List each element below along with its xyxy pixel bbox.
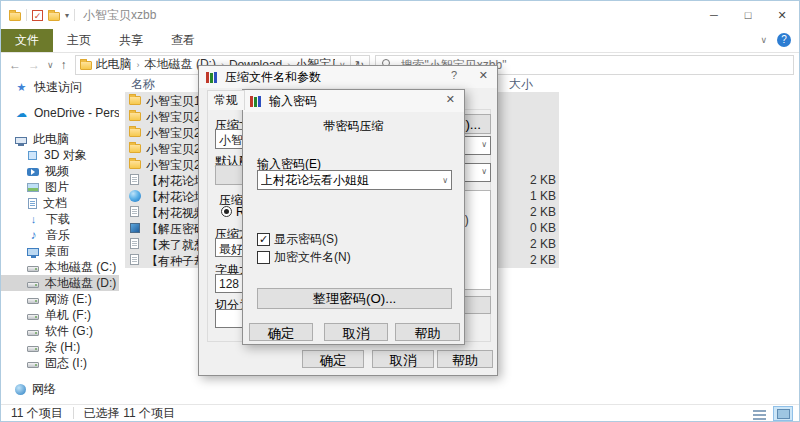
password-dialog-title-bar[interactable]: 输入密码 ✕ — [243, 90, 464, 112]
help-icon[interactable]: ? — [777, 33, 791, 47]
dialog-help-icon[interactable]: ? — [451, 69, 457, 81]
file-icon — [130, 206, 139, 217]
folder-icon — [80, 61, 92, 70]
sidebar-item[interactable]: 固态 (I:) — [1, 355, 119, 371]
app-icon — [130, 223, 140, 233]
password-combo[interactable]: ∨ — [257, 170, 452, 190]
recent-locations-icon[interactable]: ∨ — [47, 60, 54, 70]
breadcrumb-item[interactable]: 此电脑 — [96, 56, 132, 73]
password-dialog: 输入密码 ✕ 带密码压缩 输入密码(E) ∨ 显示密码(S) 加密文件名(N) … — [242, 89, 465, 345]
ok-button[interactable]: 确定 — [302, 350, 364, 368]
file-size: 2 KB — [496, 205, 556, 219]
checkmark-icon[interactable]: ✓ — [32, 10, 43, 21]
organize-passwords-button[interactable]: 整理密码(O)... — [257, 288, 452, 309]
navigation-pane: ★快速访问☁OneDrive - Persona此电脑3D 对象视频图片文档↓下… — [1, 75, 119, 404]
sidebar-item-label: 此电脑 — [33, 131, 69, 148]
up-icon[interactable]: ↑ — [61, 58, 67, 72]
drive-icon — [27, 330, 39, 336]
folder-icon — [129, 96, 141, 105]
minimize-button[interactable]: ─ — [697, 1, 731, 29]
sidebar-item[interactable]: 网络 — [1, 381, 119, 397]
pc-icon — [15, 137, 27, 144]
sidebar-item-label: 固态 (I:) — [45, 355, 87, 372]
sidebar-item[interactable]: ☁OneDrive - Persona — [1, 105, 119, 121]
close-button[interactable]: ✕ — [765, 1, 799, 29]
encrypt-filenames-checkbox[interactable] — [257, 251, 270, 264]
sidebar-item[interactable]: ♪音乐 — [1, 227, 119, 243]
sidebar-item[interactable]: 网游 (E:) — [1, 291, 119, 307]
sidebar-item-label: 本地磁盘 (C:) — [45, 259, 116, 276]
help-button[interactable]: 帮助 — [437, 350, 493, 368]
column-header-size[interactable]: 大小 — [509, 76, 533, 93]
thumbnail-view-icon — [777, 409, 790, 419]
password-input[interactable] — [261, 174, 431, 188]
thumbnail-view-button[interactable] — [773, 406, 793, 421]
sidebar-item[interactable]: 图片 — [1, 179, 119, 195]
chevron-down-icon: ∨ — [481, 167, 487, 176]
ribbon-collapse-icon[interactable]: ∨ — [760, 35, 767, 45]
password-dialog-title: 输入密码 — [269, 93, 317, 110]
drive-icon — [27, 346, 39, 352]
dialog-close-icon[interactable]: ✕ — [446, 93, 455, 106]
ok-button[interactable]: 确定 — [249, 323, 313, 341]
sidebar-item[interactable]: 软件 (G:) — [1, 323, 119, 339]
cube-icon — [28, 151, 37, 160]
dialog-close-icon[interactable]: ✕ — [479, 69, 488, 82]
forward-icon[interactable]: → — [28, 58, 40, 72]
new-folder-icon[interactable] — [48, 12, 60, 21]
sidebar-item[interactable]: 文档 — [1, 195, 119, 211]
sidebar-item-label: 快速访问 — [34, 79, 82, 96]
drive-icon — [27, 282, 39, 288]
items-count: 11 个项目 — [1, 405, 73, 422]
tab-general[interactable]: 常规 — [207, 90, 245, 110]
sidebar-item[interactable]: ↓下载 — [1, 211, 119, 227]
download-icon: ↓ — [27, 213, 40, 225]
sidebar-item[interactable]: 3D 对象 — [1, 147, 119, 163]
show-password-checkbox[interactable] — [257, 233, 270, 246]
browser-icon — [129, 190, 141, 202]
folder-icon — [129, 112, 141, 121]
ribbon-tab[interactable]: 文件 — [1, 29, 53, 52]
star-icon: ★ — [15, 81, 28, 93]
qat-dropdown-icon[interactable]: ▾ — [65, 11, 69, 20]
maximize-button[interactable]: □ — [731, 1, 765, 29]
drive-icon — [27, 298, 39, 304]
drive-icon — [27, 314, 39, 320]
sidebar-item[interactable]: 视频 — [1, 163, 119, 179]
cancel-button[interactable]: 取消 — [372, 350, 434, 368]
sidebar-item[interactable]: ★快速访问 — [1, 79, 119, 95]
sidebar-item[interactable]: 杂 (H:) — [1, 339, 119, 355]
ribbon-tab[interactable]: 主页 — [53, 29, 105, 52]
archive-dialog-title-bar[interactable]: 压缩文件名和参数 ? ✕ — [199, 66, 497, 88]
chevron-down-icon: ∨ — [481, 140, 487, 149]
sidebar-item-label: 桌面 — [45, 243, 69, 260]
sidebar-item[interactable]: 此电脑 — [1, 131, 119, 147]
chevron-down-icon[interactable]: ∨ — [442, 176, 448, 185]
ribbon-tab[interactable]: 共享 — [105, 29, 157, 52]
folder-icon — [129, 160, 141, 169]
sidebar-item-label: 单机 (F:) — [45, 307, 91, 324]
ribbon-tab[interactable]: 查看 — [157, 29, 209, 52]
sidebar-item-label: 网络 — [32, 381, 56, 398]
file-size: 2 KB — [496, 173, 556, 187]
sidebar-item[interactable]: 桌面 — [1, 243, 119, 259]
help-button[interactable]: 帮助 — [395, 323, 460, 341]
file-icon — [130, 238, 139, 249]
back-icon[interactable]: ← — [9, 58, 21, 72]
list-view-icon — [753, 409, 766, 419]
cancel-button[interactable]: 取消 — [324, 323, 388, 341]
file-size: 1 KB — [496, 189, 556, 203]
divider — [26, 9, 27, 21]
sidebar-item-label: OneDrive - Persona — [34, 106, 119, 120]
picture-icon — [27, 183, 39, 192]
column-header-name[interactable]: 名称 — [131, 76, 155, 93]
sidebar-item[interactable]: 单机 (F:) — [1, 307, 119, 323]
sidebar-item-label: 杂 (H:) — [45, 339, 80, 356]
sidebar-item[interactable]: 本地磁盘 (C:) — [1, 259, 119, 275]
archive-dialog-title: 压缩文件名和参数 — [225, 69, 321, 86]
rar-radio[interactable] — [221, 206, 232, 217]
folder-icon — [9, 12, 21, 21]
details-view-button[interactable] — [749, 406, 769, 421]
sidebar-item-label: 文档 — [43, 195, 67, 212]
sidebar-item[interactable]: 本地磁盘 (D:) — [1, 275, 119, 291]
